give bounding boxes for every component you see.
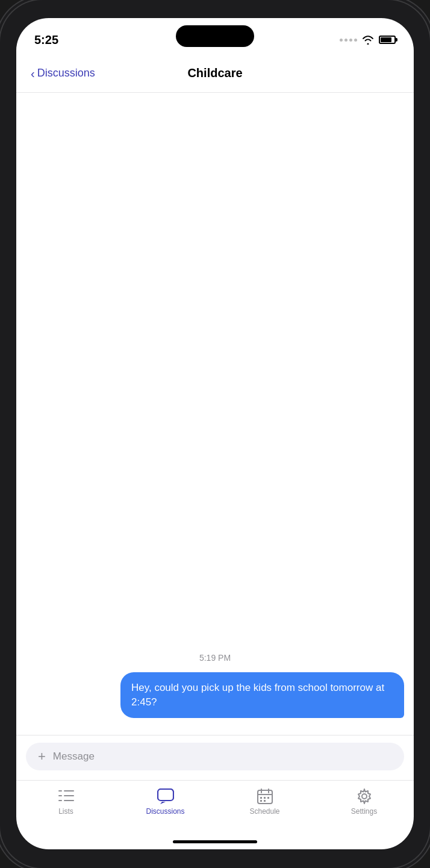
svg-rect-0 bbox=[58, 790, 62, 792]
screen: 5:25 bbox=[16, 18, 414, 849]
back-label: Discussions bbox=[37, 67, 95, 80]
nav-bar: ‹ Discussions Childcare bbox=[16, 54, 414, 93]
wifi-icon bbox=[362, 36, 374, 45]
outgoing-message-bubble: Hey, could you pick up the kids from sch… bbox=[120, 672, 404, 718]
dynamic-island bbox=[176, 25, 254, 47]
message-timestamp: 5:19 PM bbox=[26, 653, 404, 663]
tab-settings[interactable]: Settings bbox=[340, 788, 388, 816]
tab-discussions[interactable]: Discussions bbox=[142, 788, 190, 816]
chat-area: 5:19 PM Hey, could you pick up the kids … bbox=[16, 93, 414, 735]
tab-schedule-label: Schedule bbox=[249, 807, 279, 816]
svg-rect-15 bbox=[264, 800, 266, 802]
message-input[interactable]: Message bbox=[53, 751, 95, 763]
svg-rect-13 bbox=[267, 797, 269, 799]
tab-schedule[interactable]: Schedule bbox=[241, 788, 289, 816]
svg-rect-11 bbox=[260, 797, 262, 799]
schedule-icon bbox=[257, 788, 273, 805]
back-button[interactable]: ‹ Discussions bbox=[31, 67, 95, 80]
svg-rect-4 bbox=[58, 800, 62, 801]
discussions-icon bbox=[157, 788, 174, 805]
svg-rect-14 bbox=[260, 800, 262, 802]
svg-rect-1 bbox=[64, 790, 74, 792]
svg-rect-12 bbox=[264, 797, 266, 799]
tab-lists[interactable]: Lists bbox=[42, 788, 90, 816]
status-time: 5:25 bbox=[34, 33, 58, 47]
message-row: Hey, could you pick up the kids from sch… bbox=[26, 672, 404, 718]
back-chevron-icon: ‹ bbox=[31, 67, 35, 80]
tab-bar: Lists Discussions bbox=[16, 780, 414, 838]
battery-icon bbox=[379, 36, 396, 44]
input-area: + Message bbox=[16, 735, 414, 780]
svg-rect-3 bbox=[64, 795, 74, 796]
tab-lists-label: Lists bbox=[58, 807, 73, 816]
status-bar: 5:25 bbox=[16, 18, 414, 54]
svg-rect-6 bbox=[158, 789, 173, 801]
svg-rect-5 bbox=[64, 800, 74, 801]
svg-rect-2 bbox=[58, 795, 62, 796]
phone-frame: 5:25 bbox=[0, 0, 430, 868]
page-title: Childcare bbox=[187, 66, 242, 80]
tab-discussions-label: Discussions bbox=[146, 807, 184, 816]
message-input-row[interactable]: + Message bbox=[26, 743, 404, 770]
tab-settings-label: Settings bbox=[351, 807, 377, 816]
add-attachment-button[interactable]: + bbox=[38, 750, 46, 763]
home-indicator bbox=[173, 840, 257, 843]
status-icons bbox=[340, 36, 396, 45]
signal-icon bbox=[340, 39, 357, 42]
settings-icon bbox=[356, 788, 373, 805]
svg-point-16 bbox=[362, 794, 367, 799]
lists-icon bbox=[58, 788, 75, 805]
